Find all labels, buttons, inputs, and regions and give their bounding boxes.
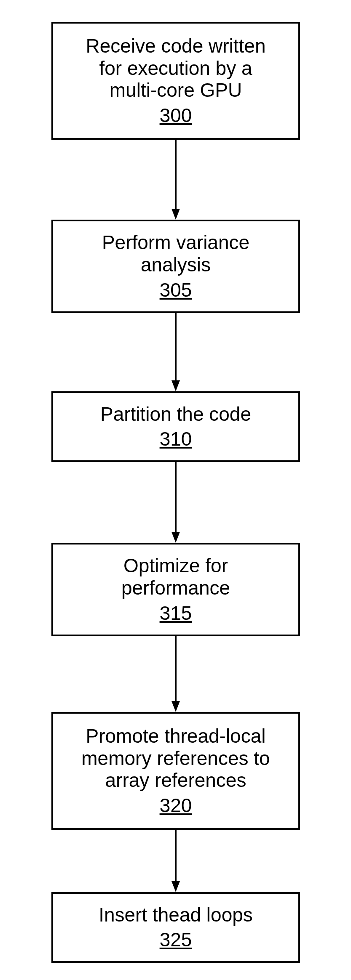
- svg-marker-3: [171, 380, 180, 391]
- svg-marker-5: [171, 532, 180, 543]
- svg-marker-9: [171, 881, 180, 892]
- node-label: Optimize for performance: [121, 555, 230, 599]
- node-ref: 305: [160, 279, 192, 301]
- node-ref: 325: [160, 928, 192, 951]
- flowchart-node-310: Partition the code 310: [51, 391, 300, 462]
- arrow-300-305: [171, 140, 180, 220]
- svg-marker-7: [171, 701, 180, 712]
- flowchart-node-320: Promote thread-local memory references t…: [51, 712, 300, 830]
- arrow-320-325: [171, 830, 180, 892]
- node-label: Partition the code: [100, 403, 251, 425]
- flowchart-node-300: Receive code written for execution by a …: [51, 22, 300, 140]
- arrow-315-320: [171, 636, 180, 712]
- node-label: Promote thread-local memory references t…: [81, 725, 270, 792]
- flowchart-container: Receive code written for execution by a …: [0, 0, 351, 980]
- node-ref: 320: [160, 794, 192, 817]
- node-ref: 315: [160, 602, 192, 624]
- arrow-305-310: [171, 313, 180, 391]
- flowchart-node-325: Insert thead loops 325: [51, 892, 300, 963]
- node-label: Perform variance analysis: [102, 231, 249, 276]
- node-ref: 310: [160, 428, 192, 450]
- flowchart-node-305: Perform variance analysis 305: [51, 220, 300, 313]
- svg-marker-1: [171, 209, 180, 220]
- node-label: Receive code written for execution by a …: [86, 35, 266, 102]
- node-ref: 300: [160, 104, 192, 127]
- node-label: Insert thead loops: [99, 904, 253, 926]
- flowchart-node-315: Optimize for performance 315: [51, 543, 300, 636]
- arrow-310-315: [171, 462, 180, 543]
